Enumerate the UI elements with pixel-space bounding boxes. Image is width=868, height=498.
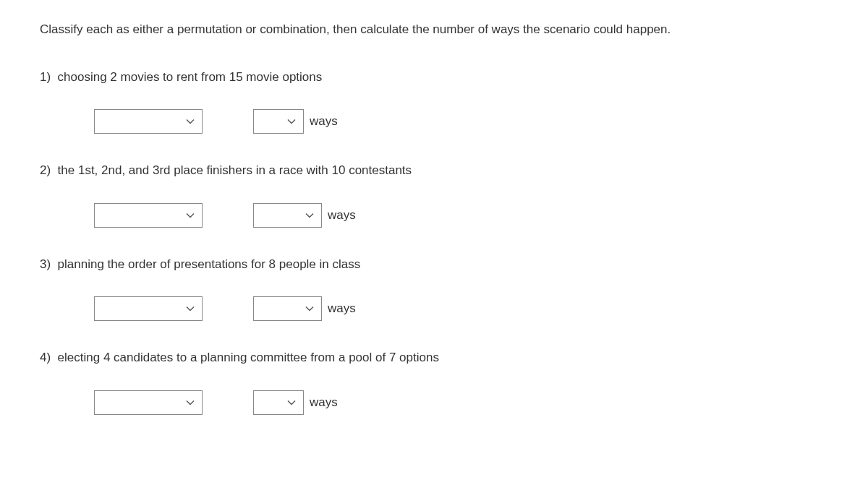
question-3-text: 3) planning the order of presentations f…	[40, 255, 828, 274]
answer-row-2: ways	[40, 203, 828, 228]
chevron-down-icon	[305, 304, 314, 313]
question-number: 1)	[40, 70, 51, 84]
ways-select-2[interactable]	[253, 203, 322, 228]
question-1-text: 1) choosing 2 movies to rent from 15 mov…	[40, 68, 828, 87]
ways-label-2: ways	[328, 206, 356, 225]
ways-select-3[interactable]	[253, 296, 322, 321]
ways-label-3: ways	[328, 299, 356, 318]
chevron-down-icon	[305, 211, 314, 220]
answer-row-1: ways	[40, 109, 828, 134]
question-prompt: choosing 2 movies to rent from 15 movie …	[58, 70, 323, 84]
question-prompt: the 1st, 2nd, and 3rd place finishers in…	[58, 163, 412, 177]
instruction-text: Classify each as either a permutation or…	[40, 20, 828, 39]
question-number: 4)	[40, 351, 51, 364]
classification-select-2[interactable]	[94, 203, 203, 228]
question-3: 3) planning the order of presentations f…	[40, 255, 828, 322]
classification-select-1[interactable]	[94, 109, 203, 134]
ways-select-1[interactable]	[253, 109, 304, 134]
question-2-text: 2) the 1st, 2nd, and 3rd place finishers…	[40, 161, 828, 180]
question-prompt: electing 4 candidates to a planning comm…	[58, 351, 439, 364]
question-4: 4) electing 4 candidates to a planning c…	[40, 348, 828, 415]
classification-select-3[interactable]	[94, 296, 203, 321]
answer-row-4: ways	[40, 390, 828, 415]
chevron-down-icon	[186, 117, 195, 126]
question-prompt: planning the order of presentations for …	[58, 257, 361, 271]
chevron-down-icon	[186, 304, 195, 313]
ways-select-4[interactable]	[253, 390, 304, 415]
ways-label-4: ways	[310, 393, 338, 412]
question-1: 1) choosing 2 movies to rent from 15 mov…	[40, 68, 828, 134]
question-2: 2) the 1st, 2nd, and 3rd place finishers…	[40, 161, 828, 228]
question-number: 2)	[40, 163, 51, 177]
chevron-down-icon	[186, 211, 195, 220]
answer-row-3: ways	[40, 296, 828, 321]
chevron-down-icon	[287, 398, 296, 407]
classification-select-4[interactable]	[94, 390, 203, 415]
chevron-down-icon	[186, 398, 195, 407]
chevron-down-icon	[287, 117, 296, 126]
question-4-text: 4) electing 4 candidates to a planning c…	[40, 348, 828, 367]
question-number: 3)	[40, 257, 51, 271]
ways-label-1: ways	[310, 112, 338, 131]
